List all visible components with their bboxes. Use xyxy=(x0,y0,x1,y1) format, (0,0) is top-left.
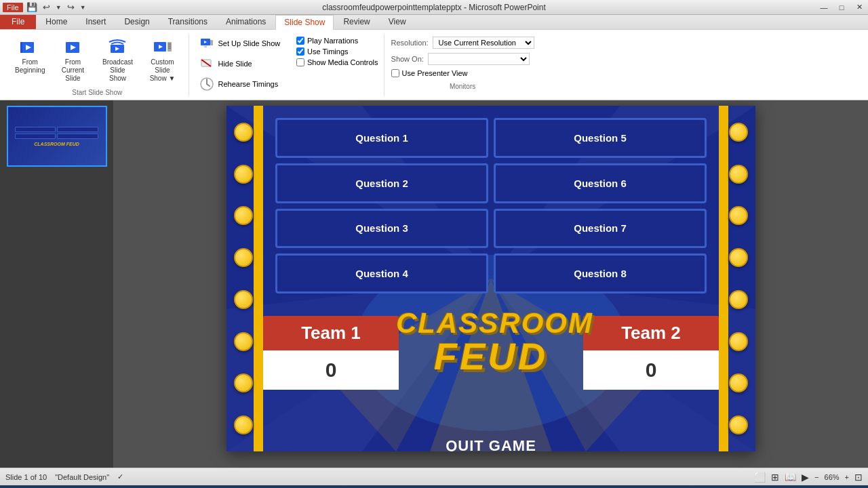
maximize-btn[interactable]: □ xyxy=(833,0,850,15)
zoom-in-btn[interactable]: + xyxy=(845,473,849,481)
from-beginning-label: FromBeginning xyxy=(15,58,45,75)
from-current-btn[interactable]: FromCurrent Slide xyxy=(52,34,94,85)
play-narrations-label: Play Narrations xyxy=(307,37,358,45)
show-media-input[interactable] xyxy=(296,58,304,66)
use-timings-label: Use Timings xyxy=(307,47,349,56)
tab-home[interactable]: Home xyxy=(37,14,76,29)
use-timings-input[interactable] xyxy=(296,47,304,56)
slideshow-icon[interactable]: ▶ xyxy=(802,472,809,483)
undo-dropdown[interactable]: ▼ xyxy=(54,4,64,11)
question-btn-1[interactable]: Question 1 xyxy=(275,118,488,158)
tab-animations[interactable]: Animations xyxy=(217,14,275,29)
show-media-check[interactable]: Show Media Controls xyxy=(296,58,378,66)
close-btn[interactable]: ✕ xyxy=(850,0,868,15)
tab-transitions[interactable]: Transitions xyxy=(159,14,216,29)
tab-insert[interactable]: Insert xyxy=(77,14,115,29)
resolution-select[interactable]: Use Current Resolution xyxy=(433,37,534,49)
circle-right-4 xyxy=(729,248,748,267)
undo-quick-btn[interactable]: ↩ xyxy=(41,2,52,12)
question-btn-6[interactable]: Question 6 xyxy=(494,163,707,203)
title-bar: File 💾 ↩ ▼ ↪ ▼ classroomfeudpowerpointte… xyxy=(0,0,868,15)
question-btn-8[interactable]: Question 8 xyxy=(494,253,707,293)
presenter-view-input[interactable] xyxy=(391,69,399,77)
hide-slide-btn[interactable]: Hide Slide xyxy=(196,54,294,73)
slide-count: Slide 1 of 10 xyxy=(5,473,47,481)
main-area: 1 CLASSROOM FEUD xyxy=(0,100,868,468)
slide-thumbnail-container: 1 CLASSROOM FEUD xyxy=(7,106,107,171)
broadcast-btn[interactable]: BroadcastSlide Show xyxy=(96,34,138,85)
show-on-label: Show On: xyxy=(391,55,424,63)
circle-left-2 xyxy=(234,165,253,184)
setup-slideshow-btn[interactable]: Set Up Slide Show xyxy=(196,34,294,53)
svg-rect-16 xyxy=(210,40,213,45)
quick-access-more[interactable]: ▼ xyxy=(78,4,88,11)
ribbon-group-monitors: Resolution: Use Current Resolution Show … xyxy=(386,34,540,96)
setup-slideshow-label: Set Up Slide Show xyxy=(218,39,280,47)
view-slide-sorter-icon[interactable]: ⊞ xyxy=(771,472,779,483)
ribbon-checkboxes: Play Narrations Use Timings Show Media C… xyxy=(296,34,378,69)
rehearse-btn[interactable]: Rehearse Timings xyxy=(196,75,294,94)
view-normal-icon[interactable]: ⬜ xyxy=(754,472,766,483)
tab-view[interactable]: View xyxy=(380,14,415,29)
file-menu-icon[interactable]: File xyxy=(3,3,23,12)
resolution-row: Resolution: Use Current Resolution xyxy=(391,37,534,49)
rehearse-label: Rehearse Timings xyxy=(218,80,278,88)
team1-label[interactable]: Team 1 xyxy=(263,316,399,350)
save-quick-btn[interactable]: 💾 xyxy=(24,2,39,12)
circle-left-6 xyxy=(234,332,253,351)
thumb-logo: CLASSROOM FEUD xyxy=(34,142,79,146)
view-reading-icon[interactable]: 📖 xyxy=(785,472,796,483)
svg-rect-2 xyxy=(20,42,22,53)
tab-file[interactable]: File xyxy=(0,14,36,29)
custom-slideshow-icon xyxy=(151,37,173,58)
play-narrations-check[interactable]: Play Narrations xyxy=(296,37,378,45)
logo-area: CLASSROOM FEUD xyxy=(396,309,586,375)
zoom-out-btn[interactable]: − xyxy=(814,473,818,481)
team2-label[interactable]: Team 2 xyxy=(583,316,719,350)
circle-right-2 xyxy=(729,165,748,184)
from-beginning-btn[interactable]: FromBeginning xyxy=(11,34,49,77)
quit-game-btn[interactable]: QUIT GAME xyxy=(423,437,559,451)
question-btn-7[interactable]: Question 7 xyxy=(494,209,707,249)
custom-slideshow-label: CustomSlide Show ▼ xyxy=(145,58,179,83)
ribbon-content: FromBeginning FromCurrent Slide Broadcas… xyxy=(0,30,868,100)
tab-design[interactable]: Design xyxy=(115,14,158,29)
circle-right-7 xyxy=(729,373,748,392)
ribbon-group-setup: Set Up Slide Show Hide Slide Rehearse Ti… xyxy=(191,34,384,96)
slide-thumbnail-1[interactable]: CLASSROOM FEUD xyxy=(7,106,107,167)
custom-slideshow-btn[interactable]: CustomSlide Show ▼ xyxy=(141,34,183,85)
left-circles xyxy=(226,106,260,451)
thumb-grid xyxy=(15,127,98,139)
hide-slide-label: Hide Slide xyxy=(218,60,252,68)
tab-slideshow[interactable]: Slide Show xyxy=(275,15,334,30)
status-bar: Slide 1 of 10 "Default Design" ✓ ⬜ ⊞ 📖 ▶… xyxy=(0,468,868,485)
spellcheck-icon[interactable]: ✓ xyxy=(117,472,123,481)
circle-right-1 xyxy=(729,123,748,142)
circle-left-4 xyxy=(234,248,253,267)
show-on-select[interactable] xyxy=(428,53,530,65)
slide-area: Question 1 Question 5 Question 2 Questio… xyxy=(114,100,868,468)
fit-slide-btn[interactable]: ⊡ xyxy=(854,472,863,483)
question-btn-4[interactable]: Question 4 xyxy=(275,253,488,293)
redo-quick-btn[interactable]: ↪ xyxy=(65,2,77,12)
broadcast-icon xyxy=(106,37,128,58)
minimize-btn[interactable]: — xyxy=(815,0,833,15)
monitors-group-label: Monitors xyxy=(450,83,475,90)
broadcast-label: BroadcastSlide Show xyxy=(100,58,134,83)
logo-classroom: CLASSROOM xyxy=(396,309,586,338)
question-btn-2[interactable]: Question 2 xyxy=(275,163,488,203)
tab-review[interactable]: Review xyxy=(334,14,378,29)
bottom-section: Team 1 0 CLASSROOM FEUD Team 2 0 QUIT GA… xyxy=(263,302,719,451)
use-timings-check[interactable]: Use Timings xyxy=(296,47,378,56)
resolution-label: Resolution: xyxy=(391,39,429,47)
from-current-label: FromCurrent Slide xyxy=(56,58,90,83)
ribbon-tabs: File Home Insert Design Transitions Anim… xyxy=(0,15,868,30)
question-btn-5[interactable]: Question 5 xyxy=(494,118,707,158)
show-media-label: Show Media Controls xyxy=(307,58,378,66)
question-btn-3[interactable]: Question 3 xyxy=(275,209,488,249)
presenter-view-check[interactable]: Use Presenter View xyxy=(391,69,534,77)
rehearse-icon xyxy=(199,76,215,92)
play-narrations-input[interactable] xyxy=(296,37,304,45)
circle-left-1 xyxy=(234,123,253,142)
circle-left-5 xyxy=(234,290,253,309)
